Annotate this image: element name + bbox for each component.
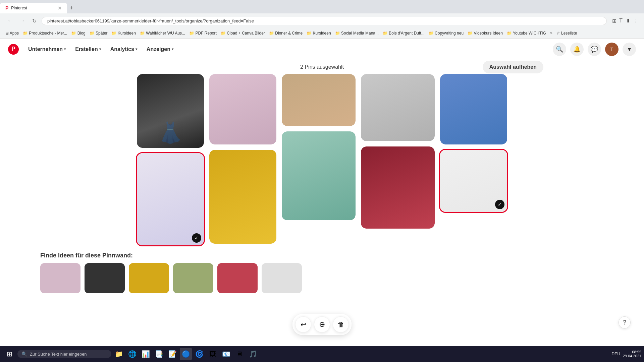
profile-button[interactable]: T <box>619 18 623 24</box>
help-icon: ? <box>623 319 626 326</box>
menu-button[interactable]: ⋮ <box>633 18 639 24</box>
bookmark-bois[interactable]: 📁 Bois d'Argent Duft... <box>383 31 425 36</box>
pin-card-1[interactable] <box>137 74 204 148</box>
bookmark-cload[interactable]: 📁 Cload + Canva Bilder <box>221 31 265 36</box>
bookmark-wahlfacher[interactable]: 📁 Wahlfächer WU Aus... <box>140 31 185 36</box>
bookmark-kursideen2[interactable]: 📁 Kursideen <box>307 31 331 36</box>
taskbar-icon-word[interactable]: 📝 <box>166 348 178 360</box>
pin-column-1: ✓ <box>137 74 204 245</box>
bookmark-leseliste[interactable]: ☆ Leseliste <box>556 31 577 36</box>
bookmark-more[interactable]: » <box>550 31 552 36</box>
url-bar[interactable]: pinterest.at/tobiasbecker061199/kurze-so… <box>42 17 607 25</box>
taskbar-icon-edge[interactable]: 🌐 <box>126 348 138 360</box>
idea-card-5[interactable] <box>217 263 258 293</box>
bookmark-apps[interactable]: ⊞ Apps <box>5 31 19 36</box>
nav-unternehmen-label: Unternehmen <box>28 46 63 52</box>
pin-card-white[interactable]: ✓ <box>440 150 507 212</box>
selection-bar: 2 Pins ausgewählt Auswahl aufheben <box>0 60 644 74</box>
taskbar-icon-screen[interactable]: 🖥 <box>233 348 246 360</box>
delete-button[interactable]: 🗑 <box>333 316 349 333</box>
search-button[interactable]: 🔍 <box>553 43 566 56</box>
bookmark-dinner[interactable]: 📁 Dinner & Crime <box>269 31 303 36</box>
idea-card-2[interactable] <box>85 263 125 293</box>
bookmark-blog[interactable]: 📁 Blog <box>71 31 85 36</box>
add-button[interactable]: ⊕ <box>314 316 330 333</box>
account-menu-button[interactable]: ▾ <box>623 43 636 56</box>
idea-card-6[interactable] <box>262 263 302 293</box>
nav-unternehmen[interactable]: Unternehmen ▾ <box>24 44 70 55</box>
pin-card-2[interactable] <box>209 74 276 144</box>
pin-image-6 <box>209 150 276 244</box>
new-tab-button[interactable]: + <box>67 3 76 13</box>
taskbar-sys-icons: DEU <box>612 352 620 356</box>
taskbar-search-icon: 🔍 <box>21 351 27 357</box>
nav-anzeigen-arrow: ▾ <box>172 47 173 51</box>
bookmark-social[interactable]: 📁 Social Media Mana... <box>335 31 379 36</box>
bookmarks-bar: ⊞ Apps 📁 Produktsuche - Mer... 📁 Blog 📁 … <box>0 28 644 38</box>
avatar-button[interactable]: T <box>605 43 619 56</box>
forward-button[interactable]: → <box>17 16 27 25</box>
pin-column-3 <box>282 74 356 245</box>
messages-button[interactable]: 💬 <box>588 43 601 56</box>
pin-column-5: ✓ <box>440 74 507 245</box>
move-button[interactable]: ↩ <box>295 316 311 333</box>
idea-card-3[interactable] <box>129 263 169 293</box>
header-right: 🔍 🔔 💬 T ▾ <box>553 43 636 56</box>
pin-image-gray <box>361 74 435 141</box>
bookmark-spater[interactable]: 📁 Später <box>90 31 108 36</box>
pin-card-6[interactable]: ≡ <box>209 150 276 244</box>
extensions-button[interactable]: ⊞ <box>612 18 616 24</box>
taskbar-icon-spotify[interactable]: 🎵 <box>247 348 259 360</box>
nav-anzeigen-label: Anzeigen <box>147 46 170 52</box>
taskbar-icon-mail[interactable]: 📧 <box>220 348 232 360</box>
bookmark-copywriting[interactable]: 📁 Copywriting neu <box>429 31 464 36</box>
bookmark-pdf[interactable]: 📁 PDF Report <box>189 31 217 36</box>
pin-image-2 <box>209 74 276 144</box>
taskbar-icon-chrome[interactable]: 🔵 <box>180 348 192 360</box>
bookmark-kursideen[interactable]: 📁 Kursideen <box>111 31 136 36</box>
pin-image-1 <box>137 74 204 148</box>
tab-close-button[interactable]: ✕ <box>58 5 62 11</box>
help-button[interactable]: ? <box>619 316 631 328</box>
pin-card-3[interactable] <box>282 74 356 126</box>
tab-favicon: P <box>5 5 8 11</box>
address-bar: ← → ↻ pinterest.at/tobiasbecker061199/ku… <box>0 13 644 28</box>
bookmark-produktsuche[interactable]: 📁 Produktsuche - Mer... <box>23 31 67 36</box>
bookmark-videokurs[interactable]: 📁 Videokurs Ideen <box>468 31 503 36</box>
taskbar-icon-photos[interactable]: 🖼 <box>207 348 219 360</box>
pin-column-2: ≡ <box>209 74 276 245</box>
back-button[interactable]: ← <box>5 16 15 25</box>
cancel-selection-button[interactable]: Auswahl aufheben <box>483 61 543 73</box>
nav-analytics-arrow: ▾ <box>136 47 137 51</box>
bookmark-youtube[interactable]: 📁 Youtube WICHTIG <box>507 31 546 36</box>
idea-card-1[interactable] <box>40 263 80 293</box>
taskbar-lang: DEU <box>612 352 620 356</box>
pin-check-white: ✓ <box>495 200 504 209</box>
taskbar-search[interactable]: 🔍 Zur Suche Text hier eingeben <box>17 350 111 358</box>
reload-button[interactable]: ↻ <box>30 16 39 25</box>
idea-card-4[interactable] <box>173 263 213 293</box>
notifications-button[interactable]: 🔔 <box>570 43 584 56</box>
pin-grid: ✓ ≡ <box>20 74 624 245</box>
pause-button[interactable]: ⏸ <box>625 18 631 24</box>
pin-card-7[interactable] <box>282 131 356 220</box>
pin-card-5[interactable]: ✓ <box>137 153 204 245</box>
pin-image-8 <box>361 146 435 229</box>
taskbar-icon-files[interactable]: 📁 <box>113 348 125 360</box>
pinterest-p-char: P <box>11 46 15 53</box>
pin-card-gray[interactable] <box>361 74 435 141</box>
pinterest-logo[interactable]: P <box>8 44 19 55</box>
taskbar-icon-excel[interactable]: 📊 <box>140 348 152 360</box>
nav-erstellen[interactable]: Erstellen ▾ <box>71 44 105 55</box>
nav-analytics[interactable]: Analytics ▾ <box>106 44 141 55</box>
taskbar-icon-edge2[interactable]: 🌀 <box>193 348 205 360</box>
pin-card-8[interactable]: ≡ <box>361 146 435 229</box>
main-content: ✓ ≡ <box>0 74 644 328</box>
start-button[interactable]: ⊞ <box>3 347 16 361</box>
browser-icons: ⊞ T ⏸ ⋮ <box>612 18 639 24</box>
taskbar-icon-powerpoint[interactable]: 📑 <box>153 348 165 360</box>
pin-card-teal[interactable] <box>440 74 507 144</box>
active-tab[interactable]: P Pinterest ✕ <box>0 3 67 13</box>
tab-title: Pinterest <box>11 6 27 10</box>
nav-anzeigen[interactable]: Anzeigen ▾ <box>143 44 177 55</box>
